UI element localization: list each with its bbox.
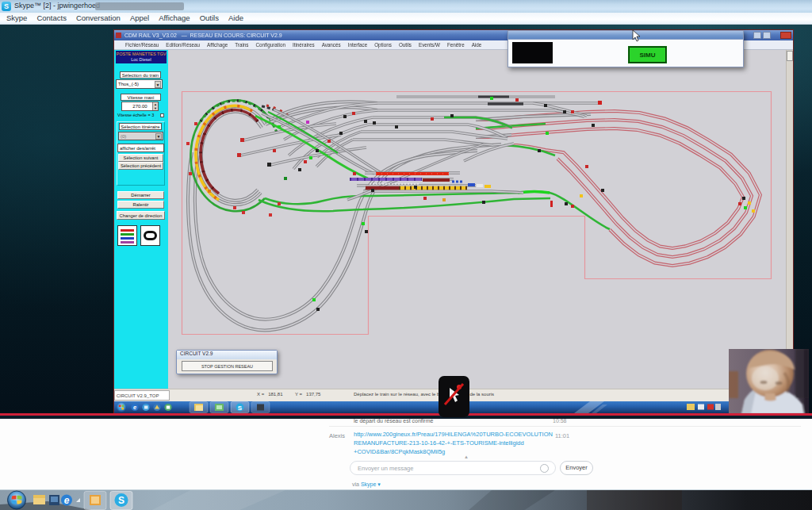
- svg-text:S: S: [238, 405, 243, 412]
- svg-text:e: e: [64, 495, 70, 506]
- svg-text:e: e: [133, 404, 136, 411]
- svg-text:S: S: [118, 495, 124, 506]
